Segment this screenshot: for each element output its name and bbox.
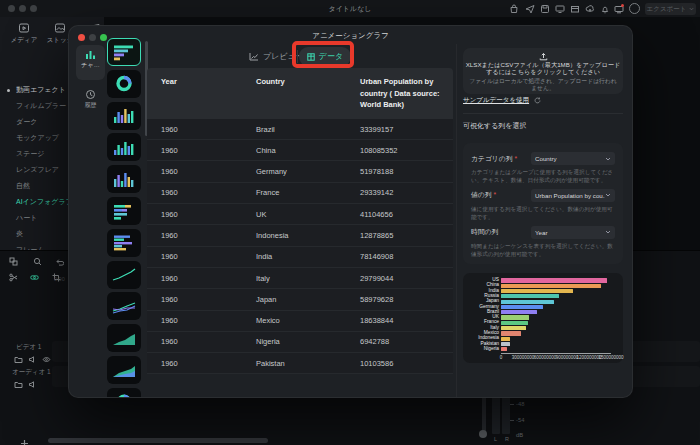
meter-unit-label: dB: [516, 432, 523, 438]
folder-icon[interactable]: [14, 380, 23, 389]
package-icon[interactable]: [570, 4, 580, 14]
table-row[interactable]: 1960France29339142: [147, 183, 453, 204]
country-cell: Italy: [242, 274, 346, 283]
add-track-button[interactable]: [20, 434, 29, 445]
population-cell: 12878865: [346, 231, 453, 240]
sidebar-item-label: モックアップ: [16, 134, 59, 141]
time-column-select[interactable]: Year: [531, 226, 615, 239]
dialog-title: アニメーショングラフ: [69, 31, 632, 41]
use-sample-data-link[interactable]: サンプルデータを使用: [463, 96, 529, 105]
zoom-slider-knob[interactable]: [479, 430, 487, 438]
chart-type-area[interactable]: [107, 324, 141, 352]
table-row[interactable]: 1960Nigeria6942788: [147, 332, 453, 353]
year-cell: 1960: [147, 146, 242, 155]
category-column-select[interactable]: Country: [531, 152, 615, 165]
grid-tool-icon[interactable]: [9, 257, 18, 266]
select-value: Urban Population by cou...: [535, 192, 605, 199]
chart-preview: USChinaIndiaRussiaJapanGermanyBrazilUKFr…: [463, 273, 623, 363]
table-row[interactable]: 1960Japan58979628: [147, 289, 453, 310]
upload-dropzone[interactable]: XLSXまたはCSVファイル（最大1MB）をアップロード するにはこちらをクリッ…: [463, 48, 623, 94]
chart-type-column-grouped[interactable]: [107, 133, 141, 161]
chart-type-stacked-area[interactable]: [107, 356, 141, 384]
country-cell: India: [242, 252, 346, 261]
data-table: Year Country Urban Population by country…: [147, 68, 453, 374]
field-row: 時間の列Year: [471, 226, 615, 239]
avatar[interactable]: [629, 3, 640, 14]
bar-label: Nigeria: [467, 347, 501, 352]
meter-scale-label: -54: [516, 417, 524, 423]
country-cell: Germany: [242, 167, 346, 176]
chevron-down-icon: [605, 229, 611, 235]
bar: [501, 284, 601, 288]
bar: [501, 321, 528, 325]
undo-icon[interactable]: [55, 257, 64, 266]
table-row[interactable]: 1960India78146908: [147, 247, 453, 268]
bell-icon[interactable]: [600, 4, 610, 14]
country-cell: Indonesia: [242, 231, 346, 240]
chart-type-column-dense[interactable]: [107, 165, 141, 193]
country-cell: France: [242, 188, 346, 197]
table-row[interactable]: 1960China108085352: [147, 140, 453, 161]
sidebar-item-label: ハート: [16, 214, 37, 221]
rail-tab-history[interactable]: 履歴: [76, 86, 105, 116]
column-header-population: Urban Population by country ( Data sourc…: [346, 68, 453, 119]
pie-icon: [111, 393, 137, 398]
bar: [501, 278, 607, 282]
annotation-highlight-box: [292, 41, 354, 68]
app-titlebar: タイトルなし エクスポート: [0, 0, 700, 17]
folder-icon[interactable]: [14, 355, 23, 364]
table-row[interactable]: 1960Brazil33399157: [147, 119, 453, 140]
rail-tab-charts[interactable]: チャ…: [76, 45, 105, 80]
x-tick-label: 0: [500, 355, 503, 360]
link-icon[interactable]: [30, 273, 39, 282]
table-row[interactable]: 1960Indonesia12878865: [147, 225, 453, 246]
sidebar-item-label: ダーク: [16, 118, 37, 125]
upload-note-line1: ファイルはローカルで処理され、アップロードは行われ: [463, 78, 623, 85]
table-row[interactable]: 1960Italy29799044: [147, 268, 453, 289]
mute-icon[interactable]: [28, 380, 37, 389]
field-label: 値の列 *: [471, 190, 496, 200]
chart-type-multi-line[interactable]: [107, 292, 141, 320]
cloud-upload-icon[interactable]: [585, 4, 595, 14]
mute-icon[interactable]: [28, 355, 37, 364]
bag-icon[interactable]: [509, 4, 519, 14]
bar: [501, 310, 537, 314]
year-cell: 1960: [147, 125, 242, 134]
notification-dot: [621, 4, 624, 7]
country-cell: Pakistan: [242, 359, 346, 368]
x-tick-label: 1500000000: [598, 355, 623, 360]
chart-type-line[interactable]: [107, 261, 141, 289]
meter-channel-left: L: [494, 436, 497, 442]
chart-type-pie[interactable]: [107, 388, 141, 398]
save-icon[interactable]: [540, 4, 550, 14]
monitor-icon[interactable]: [555, 4, 565, 14]
magnet-tool-icon[interactable]: [33, 257, 42, 266]
upload-note-line2: ません。: [463, 85, 623, 92]
x-tick-label: 600000000: [534, 355, 557, 360]
bar: [501, 294, 559, 298]
chart-type-donut[interactable]: [107, 70, 141, 98]
table-row[interactable]: 1960UK41104656: [147, 204, 453, 225]
chart-type-bar-horizontal-stacked[interactable]: [107, 197, 141, 225]
chart-type-column-multicolor[interactable]: [107, 102, 141, 130]
horizontal-scrollbar[interactable]: [48, 438, 268, 443]
value-column-select[interactable]: Urban Population by cou...: [531, 189, 615, 202]
select-value: Year: [535, 229, 605, 236]
sample-data-row: サンプルデータを使用: [463, 96, 541, 105]
table-row[interactable]: 1960Mexico18638844: [147, 311, 453, 332]
bar: [501, 289, 573, 293]
app-tab-1[interactable]: メディア: [7, 22, 41, 45]
eye-icon[interactable]: [42, 355, 51, 364]
export-button[interactable]: エクスポート: [645, 3, 696, 15]
sidebar-item-label: レンズフレア: [16, 166, 59, 173]
table-row[interactable]: 1960Germany51978188: [147, 161, 453, 182]
send-icon[interactable]: [525, 4, 535, 14]
year-cell: 1960: [147, 231, 242, 240]
panel-divider: [456, 44, 457, 398]
refresh-icon[interactable]: [534, 97, 541, 104]
scissors-icon[interactable]: [9, 273, 18, 282]
chart-type-bar-horizontal-grouped[interactable]: [107, 229, 141, 257]
table-row[interactable]: 1960Pakistan10103586: [147, 353, 453, 374]
year-cell: 1960: [147, 188, 242, 197]
chart-type-bar-horizontal-funnel-selected[interactable]: [107, 38, 141, 66]
